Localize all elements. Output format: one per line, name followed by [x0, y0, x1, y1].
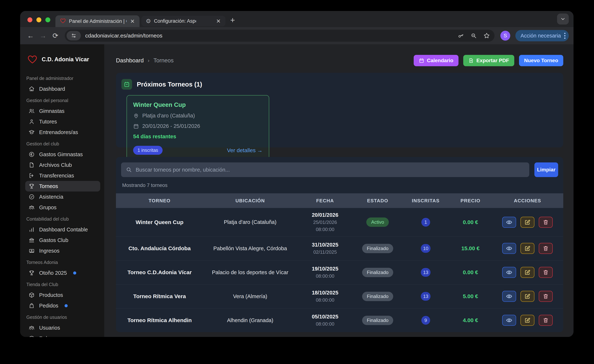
delete-button[interactable]	[539, 291, 553, 302]
zoom-out-icon[interactable]	[470, 32, 477, 39]
sidebar-item-gastos-club[interactable]: Gastos Club	[25, 235, 100, 245]
group-icon	[28, 325, 35, 331]
sidebar-item-dashboard[interactable]: Dashboard	[25, 84, 100, 94]
reload-button[interactable]: ⟳	[50, 32, 61, 40]
table-row: Cto. Andalucía Córdoba Pabellón Vista Al…	[116, 236, 563, 260]
chevron-right-icon: ›	[148, 58, 149, 63]
tournament-location: Platja d'aro (Cataluña)	[224, 219, 277, 225]
edit-icon	[524, 245, 531, 251]
bar-chart-icon	[28, 226, 35, 233]
enrolled-count-badge: 10	[421, 244, 431, 253]
view-details-link[interactable]: Ver detalles →	[227, 147, 263, 154]
new-tournament-button[interactable]: Nuevo Torneo	[519, 55, 563, 66]
minimize-window-button[interactable]	[36, 17, 41, 22]
sidebar-item-label: Productos	[39, 292, 63, 298]
edit-button[interactable]	[520, 267, 534, 278]
search-box[interactable]	[121, 162, 529, 177]
close-window-button[interactable]	[27, 17, 32, 22]
back-button[interactable]: ←	[25, 32, 36, 40]
upcoming-tournaments-panel: Próximos Torneos (1) Winter Queen Cup Pl…	[116, 73, 563, 148]
sidebar-item-otono-2025[interactable]: Otoño 2025	[25, 268, 100, 278]
delete-button[interactable]	[539, 243, 553, 254]
home-icon	[28, 86, 35, 92]
maximize-window-button[interactable]	[45, 17, 50, 22]
edit-button[interactable]	[520, 243, 534, 254]
view-button[interactable]	[502, 217, 516, 228]
calendar-button[interactable]: Calendario	[414, 55, 459, 66]
sidebar-item-dashboard-contable[interactable]: Dashboard Contable	[25, 224, 100, 235]
tab-settings[interactable]: ⚙ Configuración: Aspecto ✕	[141, 16, 225, 26]
edit-button[interactable]	[520, 217, 534, 228]
search-input[interactable]	[136, 167, 525, 173]
edit-button[interactable]	[520, 315, 534, 326]
sidebar-item-transferencias[interactable]: Transferencias	[25, 170, 100, 181]
euro-circle-icon	[28, 151, 35, 157]
action-needed-button[interactable]: Acción necesaria	[515, 30, 569, 41]
forward-button[interactable]: →	[38, 32, 48, 40]
view-button[interactable]	[502, 267, 516, 278]
sidebar-item-gimnastas[interactable]: Gimnastas	[25, 106, 100, 116]
tournament-name: Cto. Andalucía Córdoba	[128, 245, 191, 251]
column-header-inscritas: INSCRITAS	[402, 198, 449, 204]
sidebar-item-pedidos[interactable]: Pedidos	[25, 300, 100, 311]
export-pdf-button[interactable]: Exportar PDF	[463, 55, 514, 66]
sidebar-item-asistencia[interactable]: Asistencia	[25, 191, 100, 202]
breadcrumb-dashboard[interactable]: Dashboard	[116, 57, 144, 64]
view-button[interactable]	[502, 315, 516, 326]
enrolled-badge: 1 inscritas	[133, 146, 162, 155]
eye-icon	[506, 219, 513, 226]
sidebar-item-archivos-club[interactable]: Archivos Club	[25, 160, 100, 170]
location-pin-icon	[133, 113, 139, 119]
tournament-location: Palacio de los deportes de Vícar	[212, 270, 288, 276]
trophy-icon	[28, 270, 35, 276]
enrolled-count-badge: 13	[421, 268, 431, 277]
sidebar-item-usuarios[interactable]: Usuarios	[25, 323, 100, 333]
sidebar-item-entrenadores[interactable]: Entrenadores/as	[25, 127, 100, 138]
sidebar-item-roles[interactable]: Roles	[25, 333, 100, 337]
eye-icon	[506, 293, 513, 300]
chevron-down-icon	[560, 16, 566, 22]
action-needed-label: Acción necesaria	[520, 33, 561, 39]
tab-title: Panel de Administración | C.D	[69, 19, 127, 24]
sidebar-item-productos[interactable]: Productos	[25, 290, 100, 300]
days-remaining: 54 días restantes	[133, 134, 263, 140]
address-bar[interactable]: cdadoniavicar.es/admin/torneos	[65, 30, 494, 42]
clear-search-button[interactable]: Limpiar	[534, 162, 558, 177]
sidebar-item-label: Otoño 2025	[39, 270, 67, 276]
window-controls	[27, 17, 50, 22]
passwords-key-icon[interactable]	[458, 32, 464, 39]
transfer-icon	[28, 173, 35, 179]
delete-button[interactable]	[539, 217, 553, 228]
browser-menu-icon[interactable]	[564, 33, 566, 39]
browser-toolbar: ← → ⟳ cdadoniavicar.es/admin/torneos S A…	[20, 27, 574, 44]
site-info-button[interactable]	[67, 31, 81, 40]
calendar-button-label: Calendario	[427, 58, 453, 63]
tournament-name: Winter Queen Cup	[133, 101, 263, 108]
close-tab-icon[interactable]: ✕	[129, 18, 135, 25]
date-time: 08:00:00	[316, 273, 334, 279]
tab-search-button[interactable]	[557, 13, 569, 25]
bookmark-star-icon[interactable]	[483, 32, 490, 39]
view-button[interactable]	[502, 291, 516, 302]
tab-admin-panel[interactable]: Panel de Administración | C.D ✕	[55, 15, 140, 27]
trash-icon	[543, 219, 549, 225]
edit-button[interactable]	[520, 291, 534, 302]
sidebar-item-ingresos[interactable]: Ingresos	[25, 245, 100, 256]
sidebar-item-label: Dashboard	[39, 86, 65, 92]
new-tournament-button-label: Nuevo Torneo	[524, 58, 558, 63]
new-tab-button[interactable]: +	[230, 16, 235, 24]
column-header-torneo: TORNEO	[116, 198, 203, 204]
sidebar-item-grupos[interactable]: Grupos	[25, 202, 100, 213]
profile-avatar[interactable]: S	[500, 31, 510, 40]
eye-icon	[506, 269, 513, 276]
sidebar-item-tutores[interactable]: Tutores	[25, 116, 100, 127]
group-icon	[28, 204, 35, 210]
sidebar-item-gastos-gimnastas[interactable]: Gastos Gimnastas	[25, 149, 100, 160]
delete-button[interactable]	[539, 315, 553, 326]
close-tab-icon[interactable]: ✕	[216, 18, 222, 24]
user-icon	[28, 119, 35, 125]
sidebar-item-torneos[interactable]: Torneos	[25, 181, 100, 191]
delete-button[interactable]	[539, 267, 553, 278]
upcoming-tournament-card[interactable]: Winter Queen Cup Platja d'aro (Cataluña)…	[127, 95, 269, 161]
view-button[interactable]	[502, 243, 516, 254]
